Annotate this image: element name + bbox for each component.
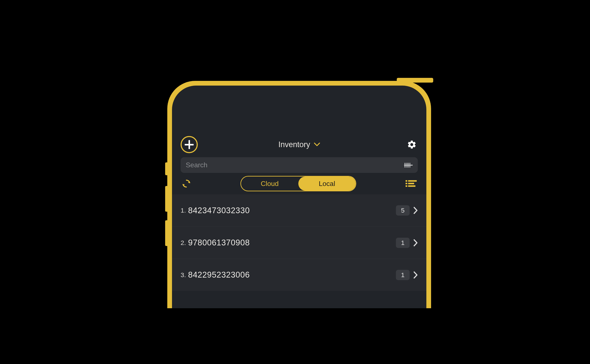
- list-item-index: 2.: [181, 239, 186, 247]
- plus-icon: [184, 140, 194, 150]
- list-item-count: 1: [396, 238, 410, 248]
- list-item-disclosure: [414, 239, 418, 247]
- svg-rect-14: [406, 185, 407, 187]
- list-icon: [406, 180, 417, 188]
- svg-rect-12: [406, 183, 407, 184]
- gear-icon: [407, 140, 417, 150]
- chevron-right-icon: [414, 271, 418, 279]
- list-item-index: 1.: [181, 207, 186, 214]
- list-item[interactable]: 2. 9780061370908 1: [172, 227, 426, 259]
- list-item-count: 5: [396, 205, 410, 215]
- chevron-right-icon: [414, 207, 418, 214]
- segment-local[interactable]: Local: [298, 176, 356, 191]
- barcode-icon: [404, 162, 413, 168]
- list-item-index: 3.: [181, 271, 186, 279]
- list-item-code: 8423473032330: [188, 206, 250, 215]
- search-bar[interactable]: [181, 157, 418, 173]
- add-button[interactable]: [181, 136, 198, 153]
- search-input[interactable]: [186, 161, 401, 169]
- chevron-right-icon: [414, 239, 418, 247]
- list-item[interactable]: 3. 8422952323006 1: [172, 259, 426, 291]
- app-screen: Inventory: [172, 86, 426, 308]
- list-item-code: 8422952323006: [188, 270, 250, 280]
- toolbar: Cloud Local: [172, 173, 426, 194]
- svg-rect-13: [408, 183, 414, 184]
- list-item-code: 9780061370908: [188, 238, 250, 247]
- sync-icon: [182, 179, 191, 188]
- list-item-disclosure: [414, 207, 418, 214]
- list-item[interactable]: 1. 8423473032330 5: [172, 194, 426, 227]
- inventory-list: 1. 8423473032330 5 2. 9780061370908 1: [172, 194, 426, 291]
- sync-button[interactable]: [182, 179, 191, 188]
- settings-button[interactable]: [407, 140, 417, 150]
- status-bar-area: [172, 86, 426, 135]
- barcode-scan-button[interactable]: [404, 162, 413, 168]
- page-title: Inventory: [278, 140, 310, 149]
- phone-frame: Inventory: [167, 81, 431, 308]
- svg-rect-11: [408, 180, 417, 182]
- segment-cloud-label: Cloud: [261, 180, 279, 188]
- segment-local-label: Local: [319, 180, 335, 188]
- svg-rect-10: [406, 180, 407, 182]
- svg-rect-1: [185, 144, 194, 145]
- chevron-down-icon: [314, 143, 320, 147]
- svg-rect-15: [408, 185, 415, 187]
- title-dropdown[interactable]: Inventory: [278, 140, 320, 149]
- list-item-count: 1: [396, 270, 410, 280]
- view-mode-button[interactable]: [406, 180, 417, 188]
- segment-cloud[interactable]: Cloud: [241, 176, 298, 191]
- list-item-disclosure: [414, 271, 418, 279]
- segmented-control: Cloud Local: [240, 176, 356, 191]
- svg-rect-7: [404, 165, 413, 166]
- app-header: Inventory: [172, 135, 426, 154]
